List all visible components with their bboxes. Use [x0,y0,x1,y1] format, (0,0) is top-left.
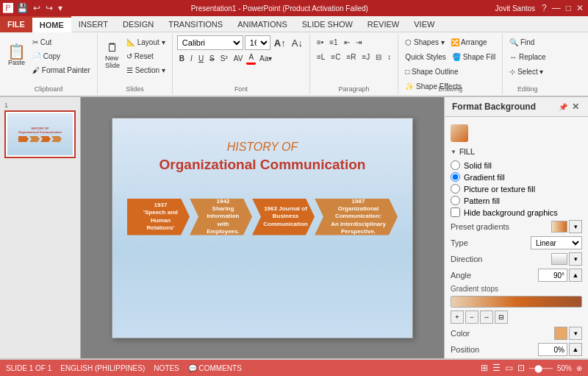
pin-button[interactable]: 📌 [557,103,569,111]
save-qa-button[interactable]: 💾 [15,3,29,13]
notes-button[interactable]: NOTES [154,364,179,372]
even-distribute-button[interactable]: ⊟ [495,311,508,324]
arrow-4[interactable]: 1987 Organizational Communication: An In… [315,199,398,235]
shape-outline-button[interactable]: □ Shape Outline [403,65,460,78]
slide-canvas[interactable]: HISTORY OF Organizational Communication … [112,118,413,338]
angle-input[interactable] [538,269,567,282]
format-painter-button[interactable]: 🖌 Format Painter [30,63,93,77]
gradient-fill-radio[interactable] [451,172,460,182]
view-slide-button[interactable]: ▭ [505,363,513,373]
new-slide-button[interactable]: 🗒 NewSlide [102,35,123,75]
picture-fill-radio[interactable] [451,184,460,194]
numbering-button[interactable]: ≡1 [327,35,340,49]
tab-animations[interactable]: ANIMATIONS [230,16,295,32]
reset-button[interactable]: ↺ Reset [124,49,168,63]
file-tab[interactable]: FILE [0,16,32,32]
bullets-button[interactable]: ≡• [315,35,326,49]
zoom-slider[interactable]: ─⬤── [529,364,553,372]
align-center-button[interactable]: ≡C [329,50,343,63]
close-button[interactable]: ✕ [575,3,585,13]
add-stop-button[interactable]: + [451,311,464,324]
gradient-fill-option[interactable]: Gradient fill [451,172,582,182]
paste-button[interactable]: 📋 Paste [4,35,29,75]
view-reading-button[interactable]: ⊡ [517,363,525,373]
tab-slideshow[interactable]: SLIDE SHOW [295,16,360,32]
font-size-select[interactable]: 16 [245,35,270,50]
redo-qa-button[interactable]: ↪ [44,3,54,13]
tab-view[interactable]: VIEW [406,16,442,32]
reverse-stops-button[interactable]: ↔ [480,311,493,324]
pattern-fill-label: Pattern fill [464,196,500,205]
tab-design[interactable]: DESIGN [115,16,161,32]
help-button[interactable]: ? [540,3,548,13]
bold-button[interactable]: B [177,52,187,65]
arrow-3[interactable]: 1963 Journal of Business Communication [252,199,315,235]
arrange-button[interactable]: 🔀 Arrange [448,35,490,49]
picture-fill-option[interactable]: Picture or texture fill [451,184,582,194]
view-outline-button[interactable]: ☰ [492,363,501,373]
direction-control: ▾ [551,252,582,266]
decrease-font-button[interactable]: A↓ [290,36,305,49]
color-swatch[interactable] [554,327,567,340]
solid-fill-radio[interactable] [451,160,460,170]
maximize-button[interactable]: □ [564,3,573,13]
fit-button[interactable]: ⊕ [576,364,582,372]
comments-button[interactable]: 💬 COMMENTS [188,364,242,372]
solid-fill-option[interactable]: Solid fill [451,160,582,170]
position-up-button[interactable]: ▲ [569,343,582,356]
section-button[interactable]: ☰ Section ▾ [124,63,168,77]
columns-button[interactable]: ⊟ [373,50,384,63]
qa-dropdown-button[interactable]: ▾ [57,3,64,13]
new-slide-icon: 🗒 [107,41,118,54]
cut-button[interactable]: ✂ Cut [30,35,93,49]
position-input[interactable] [538,343,567,356]
color-dropdown[interactable]: ▾ [569,327,582,340]
shape-fill-button[interactable]: 🪣 Shape Fill [450,50,498,63]
preset-gradient-dropdown[interactable]: ▾ [569,220,582,233]
copy-button[interactable]: 📄 Copy [30,49,93,63]
hide-background-row[interactable]: Hide background graphics [451,207,582,217]
replace-button[interactable]: ↔ Replace [507,50,548,63]
font-color-button[interactable]: A [246,52,256,65]
shapes-button[interactable]: ⬡ Shapes ▾ [403,35,446,49]
undo-qa-button[interactable]: ↩ [32,3,42,13]
italic-button[interactable]: I [188,52,195,65]
tab-insert[interactable]: INSERT [71,16,115,32]
direction-dropdown[interactable]: ▾ [569,252,582,266]
justify-button[interactable]: ≡J [359,50,372,63]
layout-button[interactable]: 📐 Layout ▾ [124,35,168,49]
tab-transitions[interactable]: TRANSITIONS [161,16,230,32]
main-area: 1 HISTORY OF Organizational Communicatio… [0,97,588,358]
align-left-button[interactable]: ≡L [315,50,327,63]
angle-up-button[interactable]: ▲ [569,269,582,282]
remove-stop-button[interactable]: − [465,311,478,324]
charspacing-button[interactable]: AV [232,52,245,65]
preset-gradients-row: Preset gradients ▾ [451,220,582,233]
decrease-indent-button[interactable]: ⇤ [342,35,352,49]
arrow-1[interactable]: 1937 'Speech and Human Relations' [127,199,190,235]
pattern-fill-option[interactable]: Pattern fill [451,196,582,205]
tab-home[interactable]: HOME [32,16,71,32]
select-button[interactable]: ⊹ Select ▾ [507,65,545,78]
strikethrough-button[interactable]: S [207,52,217,65]
close-panel-button[interactable]: ✕ [570,102,581,112]
pattern-fill-radio[interactable] [451,196,460,205]
shadow-button[interactable]: S² [218,52,230,65]
align-right-button[interactable]: ≡R [344,50,358,63]
font-family-select[interactable]: Calibri [177,35,243,50]
minimize-button[interactable]: — [551,3,562,13]
view-normal-button[interactable]: ⊞ [481,363,488,373]
slide-thumbnail[interactable]: HISTORY OF Organizational Communication [4,110,76,158]
fontcase-button[interactable]: Aa▾ [257,52,274,65]
underline-button[interactable]: U [196,52,206,65]
increase-indent-button[interactable]: ⇥ [354,35,364,49]
find-button[interactable]: 🔍 Find [507,35,537,49]
linespacing-button[interactable]: ↕ [385,50,393,63]
increase-font-button[interactable]: A↑ [272,36,288,49]
arrow-2[interactable]: 1942 Sharing Information with Employees. [190,199,252,235]
type-select[interactable]: Linear Radial Rectangular Path [531,236,582,249]
format-panel-header: Format Background 📌 ✕ [445,97,588,117]
hide-background-checkbox[interactable] [451,207,460,217]
tab-review[interactable]: REVIEW [360,16,406,32]
quick-styles-button[interactable]: Quick Styles [403,50,448,63]
